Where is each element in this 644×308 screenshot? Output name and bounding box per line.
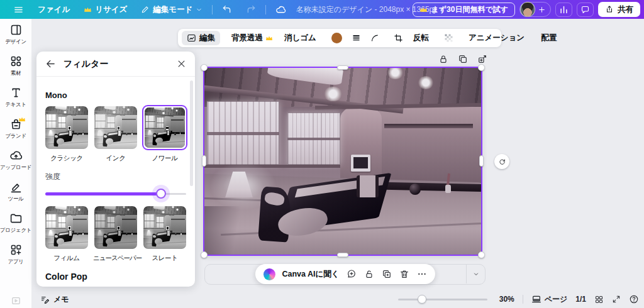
canva-ai-logo-icon[interactable]	[263, 268, 275, 280]
trial-button[interactable]: まず30日間無料で試す	[413, 3, 515, 17]
grid-view-icon[interactable]	[594, 295, 604, 304]
sidebar-item-text[interactable]: テキスト	[0, 82, 31, 113]
zoom-percent[interactable]: 30%	[496, 295, 514, 304]
insights-button[interactable]	[555, 3, 572, 17]
selected-image[interactable]	[204, 68, 481, 255]
ai-toolbar-pill: Canva AIに聞く	[255, 264, 435, 284]
resize-handle-left[interactable]	[202, 155, 206, 167]
filter-thumb-newspaper[interactable]: ニュースペーパー	[93, 205, 138, 263]
back-arrow-icon[interactable]	[45, 58, 56, 69]
avatar[interactable]	[520, 2, 535, 17]
filter-thumb-slate[interactable]: スレート	[142, 205, 187, 263]
chevron-down-icon	[196, 6, 203, 13]
comment-icon[interactable]	[347, 269, 357, 279]
intensity-slider-thumb[interactable]	[156, 189, 166, 199]
collapse-chevron-button[interactable]	[466, 265, 485, 283]
resize-handle-bottom-left[interactable]	[201, 251, 208, 258]
sidebar-item-brand[interactable]: ブランド	[0, 113, 31, 145]
apps-grid-icon	[9, 243, 23, 256]
pencil-icon	[141, 5, 150, 14]
cloud-sync-button[interactable]	[269, 0, 293, 19]
rotate-icon	[498, 158, 506, 166]
eraser-button[interactable]: 消しゴム	[279, 31, 321, 45]
comments-button[interactable]	[577, 3, 594, 17]
ask-canva-ai-button[interactable]: Canva AIに聞く	[282, 269, 339, 280]
zoom-slider-thumb[interactable]	[418, 295, 426, 304]
zoom-slider[interactable]	[398, 295, 487, 304]
panel-scrollbar[interactable]	[190, 80, 193, 186]
more-options-icon[interactable]	[417, 269, 427, 279]
filter-thumb-noir[interactable]: ノワール	[142, 105, 187, 163]
duplicate-icon[interactable]	[382, 269, 392, 279]
file-menu-button[interactable]: ファイル	[31, 0, 77, 19]
canva-editor: ファイル リサイズ 編集モード 名称未設定のデザイン - 2	[0, 0, 644, 308]
edit-image-button[interactable]: 編集	[182, 31, 220, 45]
status-bar: メモ 30% ページ 1/1	[0, 290, 644, 308]
resize-handle-bottom-right[interactable]	[478, 251, 485, 258]
flip-button[interactable]: 反転	[408, 31, 434, 45]
resize-handle-top[interactable]	[337, 65, 348, 70]
section-header-color-pop: Color Pop	[45, 272, 187, 282]
bar-chart-icon	[559, 5, 569, 14]
close-icon[interactable]	[177, 59, 186, 69]
undo-button[interactable]	[215, 0, 239, 19]
crop-button[interactable]	[390, 31, 407, 45]
resize-handle-top-left[interactable]	[201, 64, 208, 71]
top-bar-left: ファイル リサイズ 編集モード	[0, 0, 293, 19]
stroke-weight-icon	[351, 33, 362, 43]
top-bar-right: まず30日間無料で試す 共有	[413, 0, 640, 19]
selection-actions	[438, 54, 487, 64]
filter-thumb-classic[interactable]: クラシック	[44, 105, 89, 163]
help-icon[interactable]	[629, 294, 639, 304]
unlock-icon[interactable]	[364, 269, 374, 279]
fullscreen-icon[interactable]	[612, 295, 621, 304]
add-page-icon[interactable]	[477, 54, 487, 64]
intensity-label: 強度	[45, 172, 187, 182]
share-button[interactable]: 共有	[598, 2, 640, 17]
lock-icon[interactable]	[438, 54, 448, 64]
memo-button[interactable]: メモ	[40, 294, 69, 305]
bg-remove-button[interactable]: 背景透過	[226, 31, 278, 45]
mono-filter-row: クラシック インク ノワール	[44, 105, 187, 163]
sidebar-item-uploads[interactable]: アップロード	[0, 145, 31, 176]
intensity-slider-fill	[45, 192, 161, 195]
trash-icon[interactable]	[399, 269, 409, 279]
status-bar-right: 30% ページ 1/1	[398, 294, 639, 305]
intensity-slider[interactable]	[45, 189, 186, 199]
redo-button[interactable]	[239, 0, 263, 19]
account-pill[interactable]	[519, 2, 551, 17]
filter-thumb-film[interactable]: フィルム	[44, 205, 89, 263]
elements-icon	[9, 55, 23, 68]
main-menu-button[interactable]	[6, 0, 31, 19]
resize-handle-top-right[interactable]	[478, 64, 485, 71]
context-toolbar: 編集 背景透過 消しゴム 反転 アニメ	[178, 29, 501, 47]
curve-button[interactable]	[367, 31, 384, 45]
redo-icon	[246, 4, 256, 14]
rotate-handle[interactable]	[494, 154, 509, 169]
undo-icon	[222, 4, 232, 14]
duplicate-icon[interactable]	[458, 54, 468, 64]
resize-handle-bottom[interactable]	[337, 253, 348, 257]
folder-icon	[9, 212, 23, 225]
resize-button[interactable]: リサイズ	[77, 0, 134, 19]
edit-mode-dropdown[interactable]: 編集モード	[134, 0, 209, 19]
color-swatch-button[interactable]	[328, 31, 346, 45]
sidebar-item-tools[interactable]: ツール	[0, 176, 31, 207]
filter-thumb-ink[interactable]: インク	[93, 105, 138, 163]
crown-icon	[419, 6, 428, 13]
sidebar-item-apps[interactable]: アプリ	[0, 239, 31, 270]
chat-bubble-icon	[580, 5, 590, 14]
sidebar-item-projects[interactable]: プロジェクト	[0, 207, 31, 239]
crown-badge-icon	[18, 116, 26, 123]
resize-handle-right[interactable]	[479, 155, 484, 167]
animation-button[interactable]: アニメーション	[464, 31, 530, 45]
text-icon	[9, 86, 23, 99]
transparency-button[interactable]	[440, 31, 457, 45]
sidebar-item-elements[interactable]: 素材	[0, 50, 31, 82]
page-view-button[interactable]: ページ	[531, 294, 568, 305]
zoom-slider-track	[398, 299, 487, 300]
sidebar-item-design[interactable]: デザイン	[0, 19, 31, 50]
divider	[265, 5, 266, 14]
position-button[interactable]: 配置	[536, 31, 562, 45]
stroke-weight-button[interactable]	[347, 31, 365, 45]
